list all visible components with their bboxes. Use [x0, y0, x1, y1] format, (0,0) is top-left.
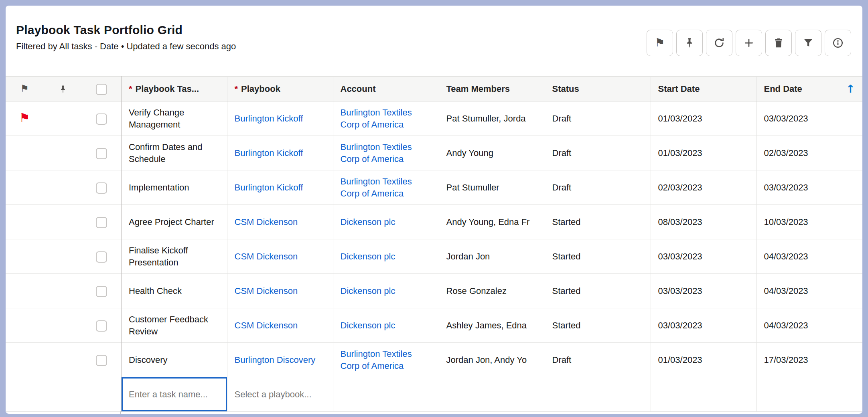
end-date-cell[interactable]: 17/03/2023 — [756, 343, 862, 377]
select-all-header[interactable] — [82, 77, 121, 101]
select-all-checkbox[interactable] — [96, 84, 107, 95]
playbook-link[interactable]: CSM Dickenson — [235, 251, 298, 261]
account-cell[interactable]: Dickenson plc — [333, 308, 439, 343]
start-date-cell[interactable]: 01/03/2023 — [651, 101, 756, 136]
task-cell[interactable]: Customer Feedback Review — [121, 308, 227, 343]
pin-cell[interactable] — [44, 170, 82, 205]
select-cell[interactable] — [82, 274, 121, 308]
account-link[interactable]: Burlington Textiles Corp of America — [341, 142, 412, 164]
end-date-cell[interactable]: 04/03/2023 — [756, 239, 862, 274]
start-date-cell[interactable]: 01/03/2023 — [651, 136, 756, 170]
flag-cell[interactable] — [6, 205, 44, 239]
start-date-cell[interactable]: 03/03/2023 — [651, 308, 756, 343]
row-checkbox[interactable] — [96, 217, 107, 228]
row-checkbox[interactable] — [96, 113, 107, 125]
account-cell[interactable]: Burlington Textiles Corp of America — [333, 170, 439, 205]
column-header-status[interactable]: Status — [545, 77, 651, 101]
team-members-cell[interactable]: Pat Stumuller — [439, 170, 545, 205]
select-cell[interactable] — [82, 308, 121, 343]
account-cell[interactable]: Burlington Textiles Corp of America — [333, 101, 439, 136]
filter-button[interactable] — [795, 30, 821, 56]
playbook-link[interactable]: Burlington Kickoff — [235, 148, 303, 158]
status-cell[interactable]: Started — [545, 205, 651, 239]
account-cell[interactable]: Dickenson plc — [333, 205, 439, 239]
start-date-cell[interactable]: 01/03/2023 — [651, 343, 756, 377]
playbook-link[interactable]: CSM Dickenson — [235, 320, 298, 330]
end-date-cell[interactable]: 03/03/2023 — [756, 170, 862, 205]
flag-cell[interactable] — [6, 170, 44, 205]
account-cell[interactable]: Dickenson plc — [333, 274, 439, 308]
playbook-cell[interactable]: Burlington Kickoff — [227, 136, 333, 170]
new-task-input[interactable] — [129, 389, 220, 400]
flag-button[interactable]: ⚑ — [647, 30, 673, 56]
select-cell[interactable] — [82, 101, 121, 136]
column-header-playbook[interactable]: *Playbook — [227, 77, 333, 101]
account-cell[interactable]: Burlington Textiles Corp of America — [333, 136, 439, 170]
pin-column-header[interactable] — [44, 77, 82, 101]
new-playbook-select[interactable]: Select a playbook... — [235, 389, 312, 399]
refresh-button[interactable] — [706, 30, 732, 56]
status-cell[interactable]: Started — [545, 274, 651, 308]
status-cell[interactable]: Draft — [545, 101, 651, 136]
select-cell[interactable] — [82, 205, 121, 239]
row-checkbox[interactable] — [96, 286, 107, 297]
playbook-cell[interactable]: CSM Dickenson — [227, 205, 333, 239]
task-cell[interactable]: Implementation — [121, 170, 227, 205]
flag-cell[interactable] — [6, 343, 44, 377]
task-cell[interactable]: Health Check — [121, 274, 227, 308]
flag-cell[interactable] — [6, 239, 44, 274]
status-cell[interactable]: Started — [545, 308, 651, 343]
team-members-cell[interactable]: Ashley James, Edna — [439, 308, 545, 343]
playbook-cell[interactable]: CSM Dickenson — [227, 308, 333, 343]
flag-column-header[interactable]: ⚑ — [6, 77, 44, 101]
playbook-cell[interactable]: Burlington Kickoff — [227, 101, 333, 136]
sort-ascending-icon[interactable]: ↑ — [846, 83, 855, 94]
flag-cell[interactable] — [6, 136, 44, 170]
column-header-start-date[interactable]: Start Date — [651, 77, 756, 101]
account-link[interactable]: Burlington Textiles Corp of America — [341, 176, 412, 198]
end-date-cell[interactable]: 03/03/2023 — [756, 101, 862, 136]
info-button[interactable] — [825, 30, 851, 56]
row-checkbox[interactable] — [96, 251, 107, 263]
flag-cell[interactable] — [6, 274, 44, 308]
status-cell[interactable]: Draft — [545, 136, 651, 170]
status-cell[interactable]: Started — [545, 239, 651, 274]
team-members-cell[interactable]: Andy Young — [439, 136, 545, 170]
team-members-cell[interactable]: Andy Young, Edna Fr — [439, 205, 545, 239]
task-cell[interactable]: Agree Project Charter — [121, 205, 227, 239]
pin-cell[interactable] — [44, 205, 82, 239]
task-cell[interactable]: Discovery — [121, 343, 227, 377]
playbook-cell[interactable]: CSM Dickenson — [227, 274, 333, 308]
column-header-account[interactable]: Account — [333, 77, 439, 101]
account-link[interactable]: Dickenson plc — [341, 286, 395, 296]
start-date-cell[interactable]: 03/03/2023 — [651, 274, 756, 308]
account-link[interactable]: Dickenson plc — [341, 217, 395, 227]
pin-cell[interactable] — [44, 343, 82, 377]
pin-cell[interactable] — [44, 101, 82, 136]
end-date-cell[interactable]: 04/03/2023 — [756, 274, 862, 308]
status-cell[interactable]: Draft — [545, 343, 651, 377]
delete-button[interactable] — [765, 30, 792, 56]
select-cell[interactable] — [82, 170, 121, 205]
playbook-link[interactable]: Burlington Discovery — [235, 355, 316, 365]
account-link[interactable]: Burlington Textiles Corp of America — [341, 349, 412, 370]
select-cell[interactable] — [82, 239, 121, 274]
column-header-team-members[interactable]: Team Members — [439, 77, 545, 101]
pin-cell[interactable] — [44, 239, 82, 274]
select-cell[interactable] — [82, 136, 121, 170]
team-members-cell[interactable]: Pat Stumuller, Jorda — [439, 101, 545, 136]
account-cell[interactable]: Burlington Textiles Corp of America — [333, 343, 439, 377]
playbook-link[interactable]: Burlington Kickoff — [235, 113, 303, 123]
column-header-task[interactable]: *Playbook Tas... — [121, 77, 227, 101]
playbook-cell[interactable]: Burlington Kickoff — [227, 170, 333, 205]
account-link[interactable]: Dickenson plc — [341, 251, 395, 261]
task-cell[interactable]: Finalise Kickoff Presentation — [121, 239, 227, 274]
playbook-cell[interactable]: Burlington Discovery — [227, 343, 333, 377]
status-cell[interactable]: Draft — [545, 170, 651, 205]
new-task-cell[interactable] — [121, 377, 227, 412]
team-members-cell[interactable]: Jordan Jon — [439, 239, 545, 274]
task-cell[interactable]: Verify Change Management — [121, 101, 227, 136]
start-date-cell[interactable]: 08/03/2023 — [651, 205, 756, 239]
team-members-cell[interactable]: Jordan Jon, Andy Yo — [439, 343, 545, 377]
playbook-cell[interactable]: CSM Dickenson — [227, 239, 333, 274]
